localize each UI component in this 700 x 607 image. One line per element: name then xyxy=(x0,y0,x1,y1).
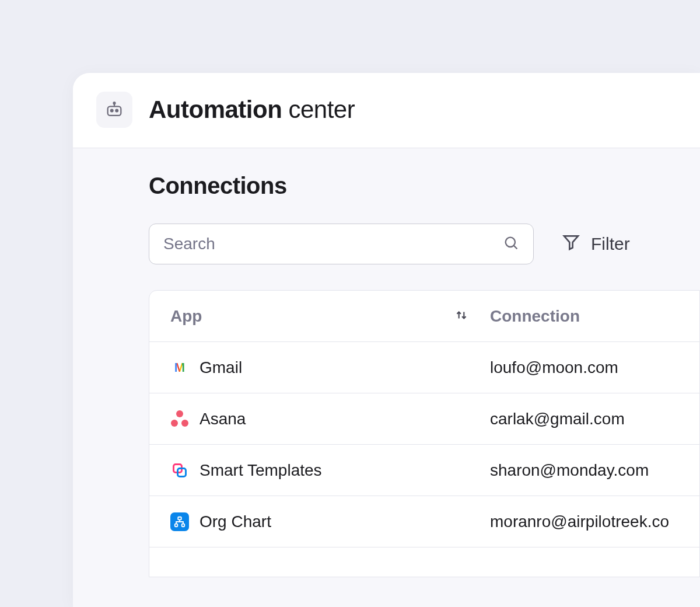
table-row xyxy=(149,547,699,577)
connection-cell: moranro@airpilotreek.co xyxy=(490,512,678,531)
table-header: App Connection xyxy=(149,291,699,342)
table-row[interactable]: Asana carlak@gmail.com xyxy=(149,393,699,445)
connection-cell: loufo@moon.com xyxy=(490,358,678,377)
section-title: Connections xyxy=(149,173,700,199)
connections-table: App Connection M Gmail loufo@moon.com xyxy=(149,290,700,577)
search-icon xyxy=(503,235,519,253)
app-cell: Org Chart xyxy=(170,512,490,531)
gmail-icon: M xyxy=(170,358,189,377)
panel-header: Automation center xyxy=(73,73,700,148)
app-name: Asana xyxy=(200,410,246,428)
app-cell: Asana xyxy=(170,410,490,428)
svg-rect-0 xyxy=(108,106,121,116)
asana-icon xyxy=(170,410,189,428)
svg-rect-12 xyxy=(182,524,185,526)
robot-icon xyxy=(96,92,132,128)
svg-rect-11 xyxy=(175,524,178,526)
page-title-strong: Automation xyxy=(149,96,282,123)
svg-rect-10 xyxy=(178,517,181,519)
svg-point-1 xyxy=(111,110,113,112)
app-cell: M Gmail xyxy=(170,358,490,377)
sort-icon[interactable] xyxy=(454,308,469,325)
column-header-app[interactable]: App xyxy=(170,307,490,326)
table-row[interactable]: Smart Templates sharon@monday.com xyxy=(149,445,699,496)
svg-line-6 xyxy=(514,246,517,249)
app-name: Smart Templates xyxy=(200,461,322,480)
column-label-app: App xyxy=(170,307,202,326)
filter-label: Filter xyxy=(591,234,630,254)
content-area: Connections Filter App xyxy=(73,148,700,607)
app-name: Org Chart xyxy=(200,512,271,531)
svg-point-4 xyxy=(114,102,116,104)
filter-button[interactable]: Filter xyxy=(562,233,630,256)
column-header-connection[interactable]: Connection xyxy=(490,307,678,326)
column-label-connection: Connection xyxy=(490,307,580,325)
connection-cell: carlak@gmail.com xyxy=(490,410,678,428)
main-panel: Automation center Connections Filter A xyxy=(73,73,700,607)
connection-cell: sharon@monday.com xyxy=(490,461,678,480)
table-row[interactable]: M Gmail loufo@moon.com xyxy=(149,342,699,393)
app-cell: Smart Templates xyxy=(170,461,490,480)
page-title: Automation center xyxy=(149,96,355,124)
toolbar: Filter xyxy=(149,224,700,264)
app-name: Gmail xyxy=(200,358,242,377)
search-input[interactable] xyxy=(163,235,503,253)
search-field[interactable] xyxy=(149,224,534,264)
svg-marker-7 xyxy=(564,236,578,249)
page-title-light: center xyxy=(282,96,355,123)
org-chart-icon xyxy=(170,512,189,531)
smart-templates-icon xyxy=(170,461,189,480)
filter-icon xyxy=(562,233,580,256)
table-row[interactable]: Org Chart moranro@airpilotreek.co xyxy=(149,496,699,547)
svg-point-5 xyxy=(506,238,515,247)
svg-point-2 xyxy=(116,110,118,112)
